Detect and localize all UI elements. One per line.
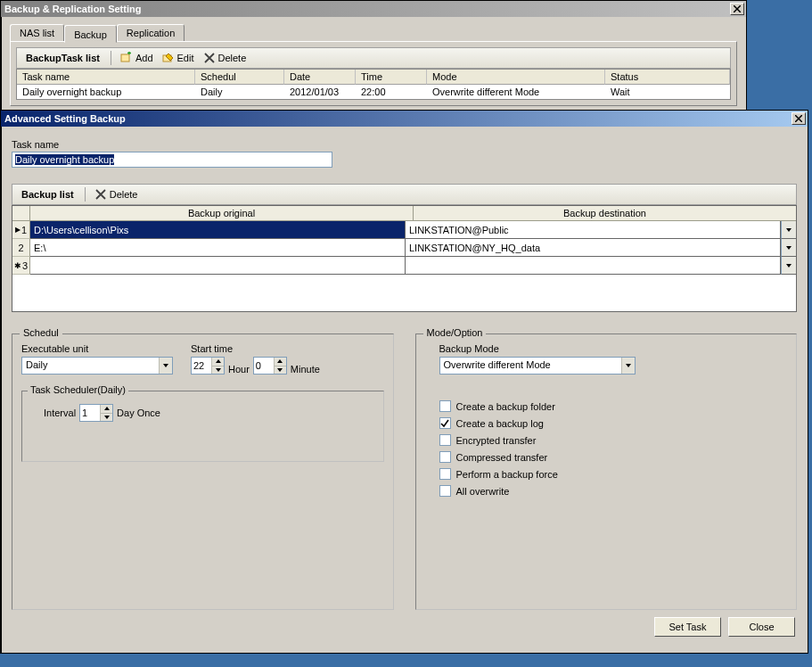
backup-mode-combo[interactable]: Overwrite different Mode (439, 357, 636, 375)
backup-list-grid[interactable]: Backup original Backup destination ▶ 1 D… (12, 205, 797, 312)
cell-original[interactable]: E:\ (30, 239, 406, 257)
day-once-label: Day Once (117, 408, 160, 418)
cell-original[interactable] (30, 257, 406, 275)
col-backup-destination[interactable]: Backup destination (414, 206, 796, 221)
check-label: Perform a backup force (456, 469, 558, 480)
perform-backup-force-check[interactable]: Perform a backup force (439, 468, 788, 480)
row-marker: 2 (12, 239, 30, 257)
backup-panel: BackupTask list Add Edit (10, 41, 737, 106)
minute-label: Minute (291, 364, 320, 375)
col-status[interactable]: Status (605, 70, 730, 85)
cell-sched: Daily (195, 85, 284, 99)
close-button[interactable]: Close (728, 617, 795, 637)
all-overwrite-check[interactable]: All overwrite (439, 485, 788, 497)
separator (111, 51, 111, 65)
tab-nas-list[interactable]: NAS list (10, 24, 64, 41)
hour-label: Hour (228, 364, 250, 375)
hour-stepper[interactable] (191, 357, 225, 375)
close-icon[interactable] (791, 112, 806, 125)
interval-input[interactable] (80, 405, 100, 421)
spin-up-icon[interactable] (101, 405, 112, 414)
spin-down-icon[interactable] (212, 366, 224, 375)
grid-header: Task name Schedul Date Time Mode Status (17, 70, 730, 85)
col-mode[interactable]: Mode (427, 70, 605, 85)
executable-unit-label: Executable unit (21, 343, 173, 354)
edit-button[interactable]: Edit (159, 51, 198, 65)
destination-dropdown-icon[interactable] (781, 257, 796, 275)
check-label: All overwrite (456, 486, 510, 497)
table-row[interactable]: Daily overnight backup Daily 2012/01/03 … (17, 85, 730, 99)
destination-dropdown-icon[interactable] (781, 239, 796, 257)
task-name-field[interactable]: Daily overnight backup (12, 152, 332, 168)
interval-label: Interval (44, 408, 76, 418)
checkbox-icon (439, 485, 451, 497)
spin-up-icon[interactable] (275, 358, 286, 366)
interval-stepper[interactable] (79, 404, 113, 422)
grid-header: Backup original Backup destination (12, 206, 796, 221)
tab-replication[interactable]: Replication (117, 24, 185, 41)
executable-unit-combo[interactable]: Daily (21, 357, 173, 375)
table-row[interactable]: ✱ 3 (12, 257, 796, 275)
col-date[interactable]: Date (284, 70, 356, 85)
col-task[interactable]: Task name (17, 70, 195, 85)
separator (85, 187, 86, 202)
cell-date: 2012/01/03 (284, 85, 356, 99)
edit-icon (162, 52, 175, 64)
toolbar-title: Backup list (16, 189, 79, 200)
compressed-transfer-check[interactable]: Compressed transfer (439, 451, 788, 463)
cell-destination[interactable] (406, 257, 781, 275)
titlebar: Advanced Setting Backup (1, 111, 808, 127)
executable-unit-value: Daily (22, 358, 159, 374)
col-backup-original[interactable]: Backup original (30, 206, 414, 221)
cell-original[interactable]: D:\Users\cellison\Pixs (30, 221, 406, 239)
destination-dropdown-icon[interactable] (781, 221, 796, 239)
cell-destination[interactable]: LINKSTATION@NY_HQ_data (406, 239, 781, 257)
delete-icon (203, 52, 216, 64)
edit-label: Edit (177, 53, 194, 63)
cell-destination[interactable]: LINKSTATION@Public (406, 221, 781, 239)
spin-up-icon[interactable] (212, 358, 224, 366)
col-time[interactable]: Time (356, 70, 427, 85)
checkbox-icon (439, 400, 451, 412)
window-title: Backup & Replication Setting (4, 4, 141, 14)
table-row[interactable]: ▶ 1 D:\Users\cellison\Pixs LINKSTATION@P… (12, 221, 796, 239)
spin-down-icon[interactable] (101, 414, 112, 422)
add-label: Add (135, 53, 153, 63)
check-label: Create a backup folder (456, 401, 555, 412)
task-scheduler-group: Task Scheduler(Daily) Interval Day Once (21, 391, 384, 462)
col-sched[interactable]: Schedul (195, 70, 284, 85)
encrypted-transfer-check[interactable]: Encrypted transfer (439, 434, 788, 446)
cell-status: Wait (605, 85, 730, 99)
chevron-down-icon[interactable] (621, 358, 635, 374)
backup-list-toolbar: Backup list Delete (12, 184, 797, 205)
delete-label: Delete (218, 53, 247, 63)
minute-stepper[interactable] (253, 357, 287, 375)
hour-input[interactable] (192, 358, 211, 374)
advanced-setting-backup-window: Advanced Setting Backup Task name Daily … (0, 110, 808, 654)
set-task-button[interactable]: Set Task (654, 617, 721, 637)
create-backup-log-check[interactable]: Create a backup log (439, 417, 788, 429)
chevron-down-icon[interactable] (159, 358, 172, 374)
cell-mode: Overwrite different Mode (427, 85, 605, 99)
backup-task-toolbar: BackupTask list Add Edit (16, 47, 731, 69)
create-backup-folder-check[interactable]: Create a backup folder (439, 400, 788, 412)
close-icon[interactable] (730, 3, 744, 15)
button-row: Set Task Close (12, 617, 797, 637)
delete-button[interactable]: Delete (91, 187, 142, 202)
grid-fill (12, 275, 796, 311)
backup-task-grid[interactable]: Task name Schedul Date Time Mode Status … (16, 69, 731, 100)
minute-input[interactable] (254, 358, 274, 374)
delete-button[interactable]: Delete (200, 51, 250, 65)
spin-down-icon[interactable] (275, 366, 286, 375)
tab-backup[interactable]: Backup (64, 25, 117, 43)
client-area: Task name Daily overnight backup Backup … (1, 127, 808, 646)
tab-strip: NAS list Backup Replication (10, 24, 746, 41)
titlebar: Backup & Replication Setting (1, 1, 746, 17)
checkbox-icon (439, 451, 451, 463)
table-row[interactable]: 2 E:\ LINKSTATION@NY_HQ_data (12, 239, 796, 257)
add-button[interactable]: Add (117, 51, 157, 65)
window-title: Advanced Setting Backup (4, 113, 126, 124)
task-scheduler-legend: Task Scheduler(Daily) (28, 384, 128, 395)
row-marker: ▶ 1 (12, 221, 30, 239)
cell-task: Daily overnight backup (17, 85, 195, 99)
